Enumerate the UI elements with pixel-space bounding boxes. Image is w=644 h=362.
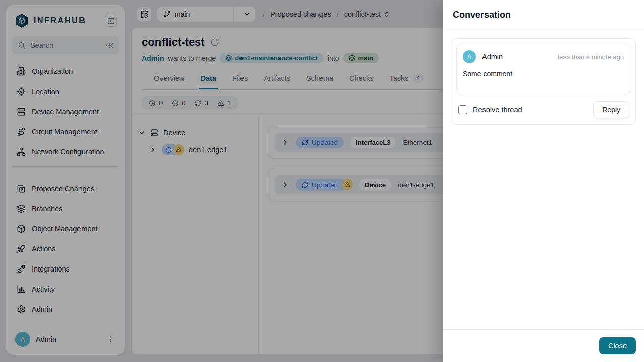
reply-button[interactable]: Reply xyxy=(593,101,629,118)
comment-timestamp: less than a minute ago xyxy=(558,53,624,61)
comment-body: Some comment xyxy=(463,70,624,78)
panel-footer: Close xyxy=(443,329,644,362)
close-button[interactable]: Close xyxy=(599,337,636,354)
comment: A Admin less than a minute ago Some comm… xyxy=(456,44,630,95)
panel-title: Conversation xyxy=(453,10,634,20)
conversation-panel: Conversation A Admin less than a minute … xyxy=(443,0,644,362)
resolve-thread-checkbox[interactable] xyxy=(458,105,467,114)
thread-card: A Admin less than a minute ago Some comm… xyxy=(451,38,636,125)
panel-header: Conversation xyxy=(443,0,644,29)
panel-body: A Admin less than a minute ago Some comm… xyxy=(443,29,644,329)
comment-author: Admin xyxy=(482,53,552,61)
avatar: A xyxy=(463,50,476,63)
resolve-thread-label: Resolve thread xyxy=(473,106,593,114)
